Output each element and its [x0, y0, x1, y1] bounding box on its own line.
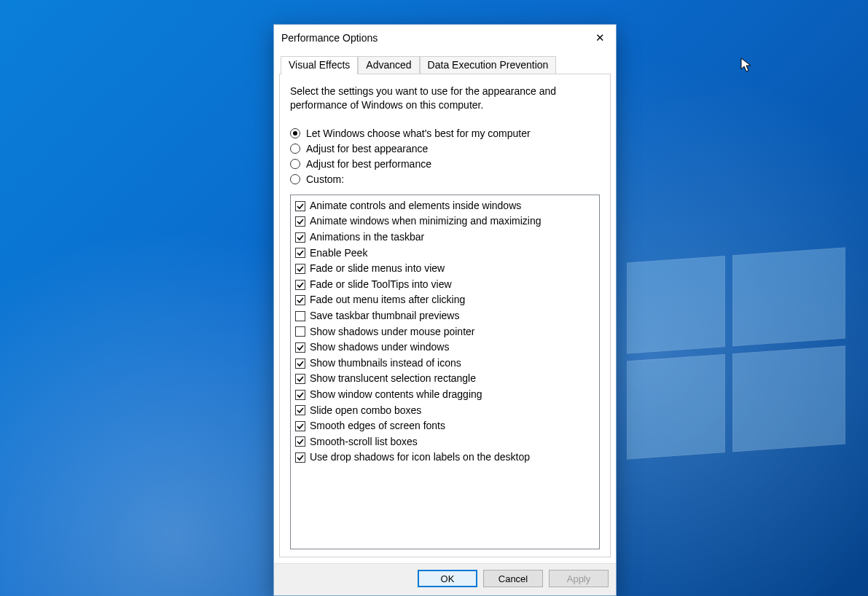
checkbox-icon	[295, 248, 305, 258]
ok-button[interactable]: OK	[418, 570, 477, 587]
effect-label: Show window contents while dragging	[310, 388, 482, 402]
effect-item[interactable]: Slide open combo boxes	[295, 403, 595, 419]
cancel-button[interactable]: Cancel	[483, 570, 543, 587]
effect-label: Use drop shadows for icon labels on the …	[310, 450, 530, 465]
effect-item[interactable]: Use drop shadows for icon labels on the …	[295, 450, 595, 466]
apply-button[interactable]: Apply	[549, 570, 609, 587]
radio-option[interactable]: Let Windows choose what's best for my co…	[290, 128, 600, 139]
effect-label: Animate controls and elements inside win…	[310, 199, 521, 213]
tab-data-execution-prevention[interactable]: Data Execution Prevention	[420, 56, 557, 74]
checkbox-icon	[295, 342, 305, 353]
effect-label: Animate windows when minimizing and maxi…	[310, 214, 541, 229]
radio-label: Let Windows choose what's best for my co…	[306, 128, 531, 139]
radio-option[interactable]: Adjust for best appearance	[290, 143, 600, 154]
effect-item[interactable]: Show translucent selection rectangle	[295, 371, 595, 387]
effect-label: Animations in the taskbar	[310, 230, 424, 245]
effect-item[interactable]: Save taskbar thumbnail previews	[295, 308, 595, 324]
radio-option[interactable]: Custom:	[290, 173, 600, 185]
effect-item[interactable]: Smooth edges of screen fonts	[295, 418, 595, 434]
panel-description: Select the settings you want to use for …	[290, 85, 600, 112]
effect-label: Enable Peek	[310, 246, 367, 261]
effect-label: Show thumbnails instead of icons	[310, 356, 461, 371]
effect-label: Fade or slide menus into view	[310, 262, 445, 276]
effect-label: Save taskbar thumbnail previews	[310, 309, 459, 324]
effect-item[interactable]: Enable Peek	[295, 246, 595, 262]
effect-label: Show shadows under windows	[310, 340, 449, 355]
close-icon: ✕	[595, 31, 605, 44]
close-button[interactable]: ✕	[584, 25, 616, 51]
effect-item[interactable]: Fade or slide menus into view	[295, 261, 595, 277]
radio-label: Adjust for best performance	[306, 158, 431, 170]
radio-label: Adjust for best appearance	[306, 143, 428, 154]
tabstrip: Visual EffectsAdvancedData Execution Pre…	[279, 56, 611, 74]
radio-icon	[290, 144, 300, 154]
checkbox-icon	[295, 295, 305, 305]
tab-visual-effects[interactable]: Visual Effects	[281, 56, 358, 74]
radio-group: Let Windows choose what's best for my co…	[290, 124, 600, 189]
checkbox-icon	[295, 201, 305, 211]
windows-logo-icon	[627, 248, 845, 460]
radio-option[interactable]: Adjust for best performance	[290, 158, 600, 170]
effect-label: Smooth edges of screen fonts	[310, 419, 445, 434]
tab-label: Advanced	[366, 59, 411, 71]
effect-label: Show translucent selection rectangle	[310, 372, 476, 386]
effect-label: Fade or slide ToolTips into view	[310, 278, 452, 292]
tab-label: Visual Effects	[289, 59, 350, 71]
tab-label: Data Execution Prevention	[428, 59, 549, 71]
effect-label: Fade out menu items after clicking	[310, 293, 465, 307]
effect-item[interactable]: Show shadows under mouse pointer	[295, 324, 595, 340]
effect-item[interactable]: Fade out menu items after clicking	[295, 292, 595, 308]
checkbox-icon	[295, 311, 305, 321]
effect-item[interactable]: Animations in the taskbar	[295, 230, 595, 246]
effect-item[interactable]: Animate controls and elements inside win…	[295, 198, 595, 214]
checkbox-icon	[295, 436, 305, 447]
checkbox-icon	[295, 358, 305, 369]
cursor-icon	[740, 58, 752, 74]
checkbox-icon	[295, 232, 305, 243]
checkbox-icon	[295, 452, 305, 463]
desktop-wallpaper: Performance Options ✕ Visual EffectsAdva…	[0, 0, 868, 596]
effect-item[interactable]: Animate windows when minimizing and maxi…	[295, 213, 595, 230]
button-bar: OK Cancel Apply	[274, 563, 616, 595]
titlebar[interactable]: Performance Options ✕	[274, 25, 616, 51]
checkbox-icon	[295, 390, 305, 400]
tab-panel-visual-effects: Select the settings you want to use for …	[279, 74, 611, 557]
effect-item[interactable]: Show window contents while dragging	[295, 387, 595, 403]
performance-options-dialog: Performance Options ✕ Visual EffectsAdva…	[273, 24, 617, 596]
checkbox-icon	[295, 326, 305, 337]
effect-label: Slide open combo boxes	[310, 404, 421, 418]
radio-icon	[290, 174, 300, 184]
tab-advanced[interactable]: Advanced	[358, 56, 419, 74]
checkbox-icon	[295, 216, 305, 227]
effect-item[interactable]: Smooth-scroll list boxes	[295, 434, 595, 450]
window-title: Performance Options	[281, 32, 584, 44]
effect-item[interactable]: Show thumbnails instead of icons	[295, 356, 595, 372]
effect-label: Show shadows under mouse pointer	[310, 325, 474, 340]
radio-icon	[290, 128, 300, 138]
checkbox-icon	[295, 264, 305, 274]
checkbox-icon	[295, 421, 305, 431]
effect-item[interactable]: Show shadows under windows	[295, 340, 595, 356]
effect-item[interactable]: Fade or slide ToolTips into view	[295, 277, 595, 293]
checkbox-icon	[295, 374, 305, 384]
checkbox-icon	[295, 405, 305, 415]
radio-label: Custom:	[306, 173, 344, 185]
radio-icon	[290, 159, 300, 169]
effect-label: Smooth-scroll list boxes	[310, 435, 418, 450]
checkbox-icon	[295, 280, 305, 290]
effects-checklist[interactable]: Animate controls and elements inside win…	[290, 195, 600, 549]
dialog-client-area: Visual EffectsAdvancedData Execution Pre…	[274, 51, 616, 563]
